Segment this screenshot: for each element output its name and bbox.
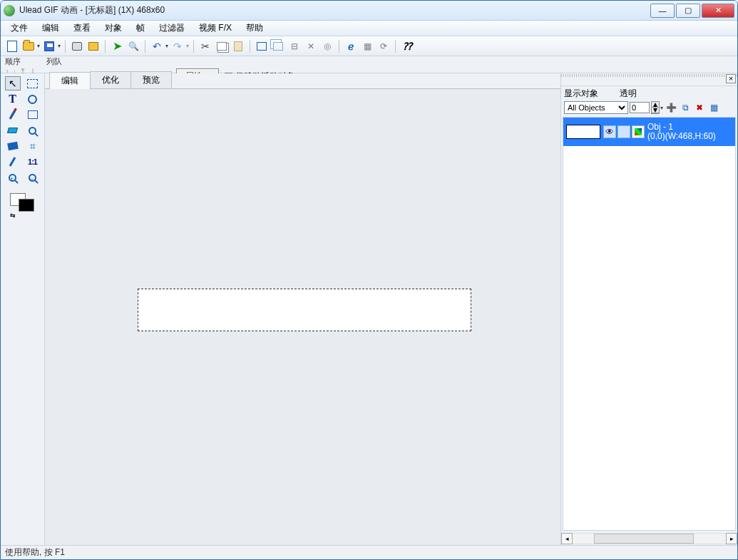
dup-layer-button[interactable] — [271, 39, 285, 53]
object-row[interactable]: 👁 Obj - 1 (0,0)(W:468,H:60) — [563, 118, 735, 146]
panel-delete-button[interactable]: ✖ — [693, 101, 706, 114]
marquee-tool[interactable] — [25, 76, 41, 90]
duplicate-frame-icon — [273, 42, 283, 51]
separator-icon — [250, 40, 250, 53]
eyedropper-tool[interactable] — [5, 155, 21, 169]
copy-icon — [217, 42, 227, 51]
pointer-tool[interactable]: ↖ — [5, 76, 21, 90]
toggle-arrow-button[interactable]: ➤ — [110, 39, 124, 53]
separator-icon — [105, 40, 106, 53]
show-objects-select[interactable]: All Objects — [564, 101, 628, 114]
panel-new-button[interactable]: ➕ — [665, 101, 677, 114]
menu-object[interactable]: 对象 — [98, 21, 129, 36]
scroll-thumb[interactable] — [594, 534, 694, 544]
undo-dropdown-icon[interactable]: ▾ — [165, 43, 168, 49]
visibility-toggle[interactable]: 👁 — [603, 125, 616, 138]
color-swatches[interactable]: ⇆ — [9, 193, 37, 214]
menu-edit[interactable]: 编辑 — [35, 21, 66, 36]
whats-this-button[interactable]: ⁇ — [400, 39, 414, 53]
eraser-tool[interactable] — [5, 123, 21, 138]
actual-size-tool[interactable]: 1:1 — [25, 155, 41, 169]
main-area: ↖ T ⌗ 1:1 — [1, 73, 737, 545]
transparency-label: 透明 — [620, 88, 637, 100]
new-button[interactable] — [5, 39, 19, 53]
copy-button[interactable] — [215, 39, 229, 53]
background-swatch[interactable] — [19, 199, 34, 212]
zoom-tool[interactable] — [25, 123, 41, 138]
menu-file[interactable]: 文件 — [4, 21, 35, 36]
menu-frame[interactable]: 帧 — [129, 21, 152, 36]
print-button[interactable] — [70, 39, 84, 53]
link-icon: ✕ — [307, 41, 314, 51]
scan-button[interactable] — [86, 39, 101, 53]
open-dropdown-icon[interactable]: ▾ — [37, 43, 40, 49]
tab-preview[interactable]: 预览 — [130, 71, 172, 88]
open-button[interactable] — [21, 39, 36, 53]
panel-options-button[interactable]: ▦ — [707, 101, 720, 114]
ungroup-button[interactable]: ⊟ — [287, 39, 302, 53]
zoom-out-tool[interactable] — [25, 170, 41, 185]
layer-button[interactable] — [255, 39, 269, 53]
eyedropper-icon — [9, 157, 16, 167]
globe-icon: ℯ — [348, 41, 354, 52]
minimize-button[interactable]: — — [650, 4, 675, 18]
magnifier-button[interactable]: 🔍 — [126, 39, 140, 53]
tab-edit[interactable]: 编辑 — [49, 72, 91, 89]
panel-copy-button[interactable]: ⧉ — [679, 101, 692, 114]
zoom-in-tool[interactable] — [5, 170, 21, 185]
scroll-left-button[interactable]: ◂ — [561, 533, 573, 544]
web-button[interactable]: ℯ — [344, 39, 358, 53]
merge-button[interactable]: ◎ — [320, 39, 334, 53]
help-pointer-icon: ⁇ — [403, 41, 412, 52]
objects-list[interactable]: 👁 Obj - 1 (0,0)(W:468,H:60) — [563, 117, 736, 531]
lock-toggle[interactable] — [617, 125, 630, 138]
web2-button[interactable]: ▦ — [360, 39, 374, 53]
editor-tabs: 编辑 优化 预览 — [45, 73, 560, 89]
transparency-input[interactable] — [630, 102, 650, 113]
shape-tool[interactable] — [25, 108, 41, 122]
menu-help[interactable]: 帮助 — [239, 21, 270, 36]
menu-videofx[interactable]: 视频 F/X — [192, 21, 239, 36]
paste-button[interactable] — [231, 39, 245, 53]
brush-tool[interactable] — [5, 108, 21, 122]
redo-icon: ↷ — [173, 41, 182, 52]
panel-scrollbar[interactable]: ◂ ▸ — [561, 532, 737, 545]
tab-optimize[interactable]: 优化 — [90, 71, 131, 88]
app-icon — [4, 5, 15, 16]
transparency-stepper[interactable]: ▴▾ — [651, 101, 660, 114]
magnifier-icon — [29, 127, 36, 135]
redo-dropdown-icon[interactable]: ▾ — [186, 43, 189, 49]
separator-icon — [145, 40, 145, 53]
swap-colors-icon[interactable]: ⇆ — [10, 212, 16, 219]
eraser-icon — [7, 128, 18, 133]
save-button[interactable] — [42, 39, 56, 53]
undo-button[interactable]: ↶ — [150, 39, 164, 53]
cut-button[interactable]: ✂ — [198, 39, 212, 53]
reload-icon: ⟳ — [380, 41, 387, 51]
scroll-track[interactable] — [573, 533, 726, 544]
objects-panel: × 显示对象 透明 All Objects ▴▾ ▾ ➕ ⧉ ✖ ▦ — [560, 73, 737, 545]
save-dropdown-icon[interactable]: ▾ — [58, 43, 61, 49]
separator-icon — [339, 40, 339, 53]
menu-view[interactable]: 查看 — [66, 21, 98, 36]
ellipse-tool[interactable] — [25, 92, 41, 106]
panel-grip[interactable]: × — [561, 73, 737, 86]
fill-tool[interactable] — [5, 139, 21, 153]
link-button[interactable]: ✕ — [304, 39, 318, 53]
canvas[interactable] — [138, 289, 471, 331]
panel-close-button[interactable]: × — [726, 74, 736, 83]
close-button[interactable]: ✕ — [702, 4, 734, 18]
delete-icon: ✖ — [696, 103, 703, 113]
text-tool[interactable]: T — [5, 92, 21, 106]
menu-filter[interactable]: 过滤器 — [152, 21, 192, 36]
transparency-dropdown-icon[interactable]: ▾ — [660, 105, 663, 111]
editor-area: 编辑 优化 预览 — [45, 73, 560, 545]
maximize-button[interactable]: ▢ — [676, 4, 700, 18]
redo-button[interactable]: ↷ — [170, 39, 185, 53]
scroll-right-button[interactable]: ▸ — [726, 533, 737, 544]
undo-icon: ↶ — [153, 41, 161, 52]
web3-button[interactable]: ⟳ — [376, 39, 391, 53]
canvas-viewport[interactable] — [45, 89, 560, 545]
crop-tool[interactable]: ⌗ — [25, 139, 41, 153]
color-mode-toggle[interactable] — [632, 125, 645, 138]
